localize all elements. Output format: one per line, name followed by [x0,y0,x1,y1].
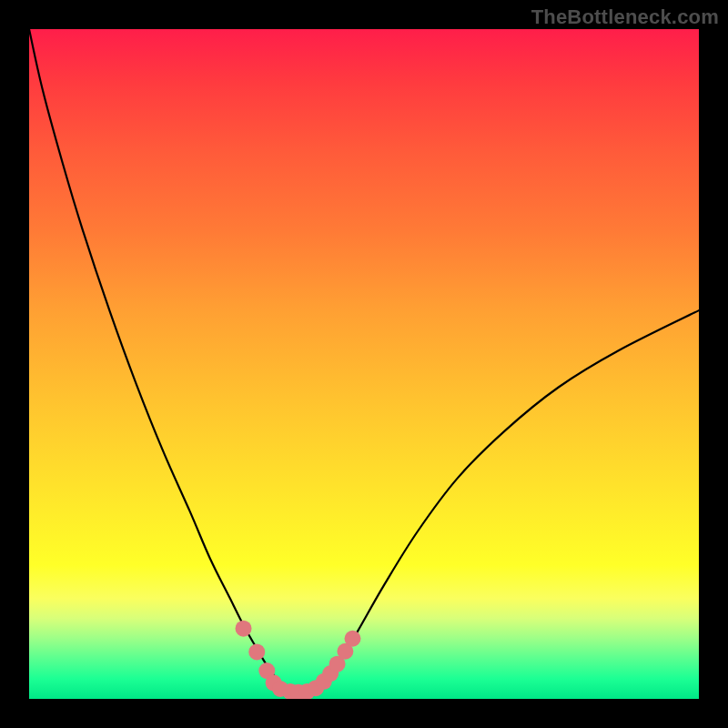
chart-frame: TheBottleneck.com [0,0,728,728]
chart-plot-area [29,29,699,699]
curve-marker [236,621,252,637]
curve-marker [344,631,360,647]
bottleneck-curve [29,29,699,693]
curve-marker [248,643,265,660]
watermark-text: TheBottleneck.com [531,5,719,29]
marker-group [236,621,361,699]
chart-svg [29,29,699,699]
